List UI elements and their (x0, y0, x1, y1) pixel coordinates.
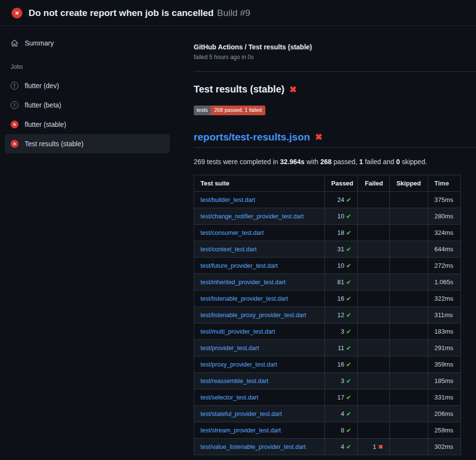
summary-part: passed, (332, 158, 359, 166)
table-row: test/proxy_provider_test.dart16✔359ms (194, 356, 461, 373)
suite-cell: test/change_notifier_provider_test.dart (194, 208, 325, 225)
suite-link[interactable]: test/value_listenable_provider_test.dart (200, 444, 306, 450)
jobs-section-label: Jobs (11, 63, 170, 70)
time-cell: 259ms (428, 422, 461, 439)
passed-cell: 31✔ (325, 241, 358, 258)
sidebar-item-job[interactable]: ✕Test results (stable) (5, 134, 170, 153)
suite-link[interactable]: test/builder_test.dart (200, 197, 255, 203)
suite-link[interactable]: test/provider_test.dart (200, 345, 259, 352)
passed-count: 16 (337, 295, 344, 302)
col-header-failed: Failed (358, 175, 390, 192)
suite-link[interactable]: test/future_provider_test.dart (200, 262, 278, 269)
passed-count: 8 (341, 427, 344, 434)
table-row: test/listenable_provider_test.dart16✔322… (194, 291, 461, 307)
passed-cell: 24✔ (325, 192, 358, 208)
table-header-row: Test suite Passed Failed Skipped Time (194, 175, 461, 192)
failed-cell (358, 291, 390, 307)
passed-cell: 4✔ (325, 406, 358, 422)
suite-cell: test/reassemble_test.dart (194, 373, 325, 389)
skipped-cell (390, 274, 428, 291)
table-row: test/provider_test.dart11✔291ms (194, 340, 461, 356)
results-table: Test suite Passed Failed Skipped Time te… (194, 175, 461, 455)
skipped-cell (390, 208, 428, 225)
failed-cell (358, 406, 390, 422)
passed-count: 24 (337, 196, 344, 203)
time-cell: 272ms (428, 258, 461, 274)
table-row: test/context_test.dart31✔644ms (194, 241, 461, 258)
sidebar-item-job[interactable]: ✕flutter (stable) (5, 115, 170, 134)
passed-cell: 10✔ (325, 258, 358, 274)
table-row: test/stateful_provider_test.dart4✔206ms (194, 406, 461, 422)
suite-link[interactable]: test/consumer_test.dart (200, 230, 264, 236)
suite-link[interactable]: test/proxy_provider_test.dart (200, 361, 277, 368)
time-cell: 331ms (428, 389, 461, 406)
failed-cell (358, 422, 390, 439)
suite-link[interactable]: test/stateful_provider_test.dart (200, 411, 282, 417)
suite-link[interactable]: test/multi_provider_test.dart (200, 328, 275, 335)
report-file-link[interactable]: reports/test-results.json (194, 131, 310, 143)
suite-link[interactable]: test/context_test.dart (200, 246, 257, 253)
passed-count: 10 (337, 262, 344, 269)
failed-icon: ✕ (11, 140, 18, 148)
failed-cell (358, 307, 390, 323)
failed-cell (358, 373, 390, 389)
sidebar-item-job[interactable]: !flutter (beta) (5, 95, 170, 115)
sidebar-item-label: Summary (25, 39, 54, 47)
exclamation-circle-icon: ! (11, 82, 18, 90)
suite-link[interactable]: test/change_notifier_provider_test.dart (200, 213, 304, 220)
col-header-time: Time (428, 175, 461, 192)
sidebar-item-summary[interactable]: Summary (5, 33, 170, 53)
time-cell: 644ms (428, 241, 461, 258)
time-cell: 291ms (428, 340, 461, 356)
skipped-cell (390, 323, 428, 340)
passed-count: 31 (337, 245, 344, 253)
summary-duration: 32.964s (280, 158, 305, 166)
check-icon: ✔ (346, 246, 351, 253)
skipped-cell (390, 439, 428, 455)
table-row: test/inherited_provider_test.dart81✔1.06… (194, 274, 461, 291)
failed-cell (358, 225, 390, 241)
table-row: test/selector_test.dart17✔331ms (194, 389, 461, 406)
badge-value: 268 passed, 1 failed (211, 106, 265, 115)
check-icon: ✔ (346, 197, 351, 203)
failed-status-icon: ✕ (12, 8, 22, 18)
suite-cell: test/inherited_provider_test.dart (194, 274, 325, 291)
skipped-cell (390, 389, 428, 406)
summary-skipped-count: 0 (396, 158, 400, 166)
suite-link[interactable]: test/listenable_provider_test.dart (200, 295, 288, 302)
suite-link[interactable]: test/inherited_provider_test.dart (200, 279, 286, 286)
passed-count: 10 (337, 213, 344, 220)
check-icon: ✔ (346, 378, 351, 384)
failed-x-icon: ✖ (289, 84, 296, 95)
summary-part: 269 tests were completed in (194, 158, 280, 166)
check-icon: ✔ (346, 295, 351, 302)
time-cell: 280ms (428, 208, 461, 225)
summary-part: failed and (363, 158, 397, 166)
suite-link[interactable]: test/stream_provider_test.dart (200, 427, 281, 434)
report-heading-row: reports/test-results.json ✖ (194, 131, 476, 143)
check-icon: ✔ (346, 262, 351, 269)
passed-count: 18 (337, 229, 344, 236)
skipped-cell (390, 340, 428, 356)
table-row: test/future_provider_test.dart10✔272ms (194, 258, 461, 274)
sidebar-item-job[interactable]: !flutter (dev) (5, 76, 170, 95)
skipped-cell (390, 241, 428, 258)
suite-link[interactable]: test/reassemble_test.dart (200, 378, 268, 384)
passed-cell: 11✔ (325, 340, 358, 356)
failed-cell (358, 258, 390, 274)
suite-link[interactable]: test/selector_test.dart (200, 394, 259, 401)
skipped-cell (390, 291, 428, 307)
suite-link[interactable]: test/listenable_proxy_provider_test.dart (200, 312, 306, 319)
time-cell: 1.065s (428, 274, 461, 291)
failed-cell (358, 323, 390, 340)
skipped-cell (390, 307, 428, 323)
skipped-cell (390, 192, 428, 208)
sidebar-item-label: flutter (dev) (25, 82, 59, 90)
home-icon (11, 39, 18, 47)
main-content: GitHub Actions / Test results (stable) f… (177, 26, 476, 455)
check-icon: ✔ (346, 427, 351, 434)
build-number: Build #9 (217, 8, 250, 18)
report-heading: reports/test-results.json ✖ (194, 131, 476, 148)
failed-cell: 1✖ (358, 439, 390, 455)
table-row: test/stream_provider_test.dart8✔259ms (194, 422, 461, 439)
